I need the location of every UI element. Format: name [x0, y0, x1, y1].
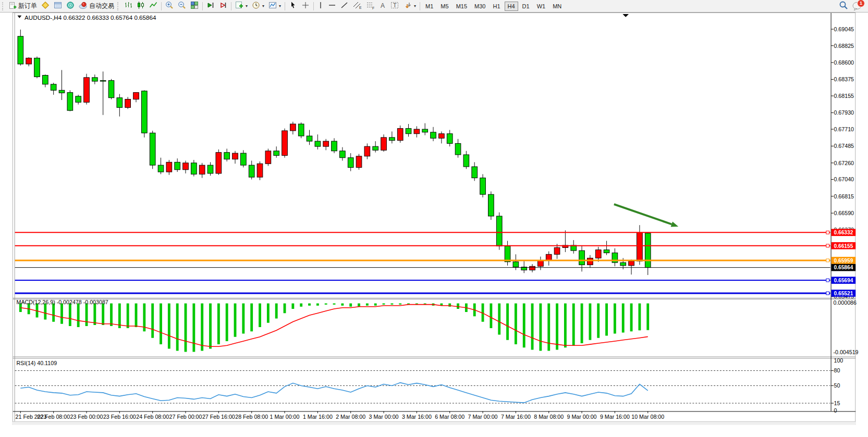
candle-body [323, 141, 329, 146]
zoom-in-icon [165, 1, 174, 11]
tf-button-M30[interactable]: M30 [471, 2, 488, 11]
periods-button[interactable]: ▾ [250, 1, 266, 11]
auto-scroll-button[interactable] [217, 1, 229, 11]
cursor-button[interactable] [287, 1, 299, 11]
candle-body [488, 194, 494, 216]
rsi-scale-label: 80 [834, 367, 840, 373]
candle-body [463, 155, 469, 167]
candle-body [199, 165, 205, 174]
tf-button-H1[interactable]: H1 [490, 2, 503, 11]
candle-body [298, 124, 304, 136]
candle-body [108, 81, 114, 98]
trendline-button[interactable] [338, 1, 351, 11]
zoom-out-button[interactable] [176, 1, 188, 11]
candle-body [274, 151, 279, 156]
candle-body [406, 129, 411, 134]
hline-handle [826, 244, 829, 247]
candle-body [92, 78, 97, 81]
chart-window[interactable]: 0.690450.688250.686000.683750.681550.679… [0, 13, 868, 437]
tf-button-M1[interactable]: M1 [422, 2, 436, 11]
text-label-button[interactable]: T [388, 1, 401, 11]
line-chart-type-button[interactable] [147, 1, 160, 11]
tf-button-M5[interactable]: M5 [437, 2, 451, 11]
hline-handle [826, 292, 829, 295]
date-tick-label: 23 Feb 16:00 [103, 414, 136, 420]
price-tick-label: 0.68825 [834, 43, 854, 49]
toolbar-separator [161, 2, 162, 10]
chart-shift-button[interactable] [204, 1, 217, 11]
tf-button-D1[interactable]: D1 [519, 2, 533, 11]
market-watch-button[interactable] [39, 1, 52, 11]
auto-scroll-icon [219, 1, 227, 11]
macd-scale-top: 0.000086 [833, 299, 857, 306]
crosshair-button[interactable] [299, 1, 312, 11]
candle-body [125, 99, 131, 108]
date-tick-label: 2 Mar 08:00 [336, 414, 365, 420]
candle-body [133, 93, 139, 99]
candle-body [59, 90, 65, 93]
signal-button[interactable] [64, 1, 77, 11]
data-window-button[interactable] [52, 1, 64, 11]
diamond-icon [41, 1, 50, 11]
tf-button-M15[interactable]: M15 [453, 2, 470, 11]
zoom-in-button[interactable] [163, 1, 176, 11]
fibonacci-button[interactable]: F [364, 1, 377, 11]
price-tag-label: 0.65694 [834, 278, 853, 283]
date-tick-label: 24 Feb 08:00 [136, 414, 169, 420]
dropdown-caret-icon: ▾ [279, 4, 281, 8]
tf-button-H4[interactable]: H4 [505, 2, 518, 11]
price-tag-label: 0.65959 [834, 258, 853, 264]
new-order-button[interactable]: 新订单 [7, 1, 39, 11]
date-tick-label: 8 Mar 08:00 [534, 414, 564, 420]
hline-handle [826, 231, 829, 234]
macd-label: MACD(12,26,9) -0.002478 -0.003087 [17, 299, 108, 305]
fibonacci-icon: F [366, 1, 375, 11]
chat-button[interactable]: 1 [852, 2, 863, 11]
rsi-label: RSI(14) 40.1109 [17, 360, 57, 366]
auto-trading-button[interactable]: 自动交易 [77, 1, 116, 11]
cursor-icon [289, 1, 297, 11]
date-tick-label: 3 Mar 00:00 [369, 414, 399, 420]
arrows-button[interactable]: ▾ [401, 1, 418, 11]
crosshair-icon [301, 1, 310, 11]
tile-windows-icon [190, 1, 199, 11]
horizontal-line-icon [328, 1, 336, 11]
candle-body [389, 138, 395, 141]
candle-body [373, 146, 378, 150]
data-window-icon [54, 1, 62, 11]
date-tick-label: 9 Mar 00:00 [567, 414, 597, 420]
templates-button[interactable]: ▾ [266, 1, 283, 11]
candle-body [117, 98, 123, 108]
date-tick-label: 1 Mar 16:00 [303, 414, 333, 420]
toolbar-right: 1 [839, 1, 867, 12]
price-tag-label: 0.66332 [834, 230, 853, 235]
bar-chart-type-button[interactable] [122, 1, 135, 11]
add-indicator-icon [235, 1, 243, 11]
tf-button-MN[interactable]: MN [549, 2, 565, 11]
channel-button[interactable]: E [351, 1, 364, 11]
candle-body [414, 129, 420, 134]
candle-body [604, 250, 609, 253]
rsi-scale-label: 50 [834, 382, 840, 389]
chart-ohlc-header: AUDUSD-,H4 0.66322 0.66333 0.65764 0.658… [25, 14, 156, 21]
price-tag-label: 0.65521 [834, 291, 853, 296]
add-indicator-button[interactable]: ▾ [233, 1, 250, 11]
candle-body [546, 254, 552, 260]
vertical-line-icon [317, 1, 324, 11]
tile-windows-button[interactable] [188, 1, 201, 11]
candle-body [554, 247, 560, 254]
candlestick-type-button[interactable] [135, 1, 147, 11]
tf-button-W1[interactable]: W1 [534, 2, 549, 11]
candle-body [51, 84, 56, 91]
search-icon[interactable] [839, 1, 848, 12]
zoom-out-icon [178, 1, 186, 11]
svg-text:T: T [393, 2, 397, 8]
horizontal-line-button[interactable] [326, 1, 338, 11]
svg-text:A: A [381, 2, 385, 9]
text-icon: A [379, 1, 386, 11]
price-chart[interactable]: 0.690450.688250.686000.683750.681550.679… [0, 13, 868, 437]
text-button[interactable]: A [377, 1, 388, 11]
date-tick-label: 1 Mar 00:00 [270, 414, 300, 420]
vertical-line-button[interactable] [315, 1, 326, 11]
toolbar-separator [420, 2, 420, 10]
